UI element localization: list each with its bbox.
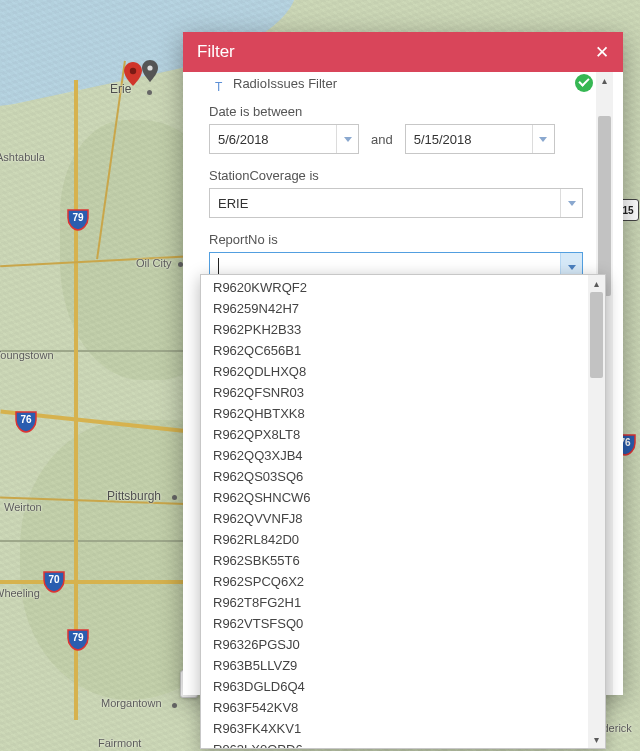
report-no-option[interactable]: R962QDLHXQ8 [201, 361, 588, 382]
map-pin-red[interactable] [124, 62, 142, 86]
station-coverage-value: ERIE [210, 196, 560, 211]
station-coverage-combo[interactable]: ERIE [209, 188, 583, 218]
city-label-morgantown: Morgantown [101, 697, 162, 709]
report-no-option[interactable]: R962RL842D0 [201, 529, 588, 550]
date-to-value: 5/15/2018 [406, 132, 532, 147]
report-no-option[interactable]: R962PKH2B33 [201, 319, 588, 340]
date-from-combo[interactable]: 5/6/2018 [209, 124, 359, 154]
city-dot [172, 495, 177, 500]
dropdown-caret-icon[interactable] [336, 125, 358, 153]
report-no-option[interactable]: R963LX0QPD6 [201, 739, 588, 749]
date-to-combo[interactable]: 5/15/2018 [405, 124, 555, 154]
filter-panel-header: Filter ✕ [183, 32, 623, 72]
report-no-option[interactable]: R962QVVNFJ8 [201, 508, 588, 529]
report-no-option[interactable]: R962QHBTXK8 [201, 403, 588, 424]
city-dot [172, 703, 177, 708]
station-coverage-label: StationCoverage is [209, 168, 583, 183]
road-i70 [0, 580, 200, 584]
report-no-option[interactable]: R962QC656B1 [201, 340, 588, 361]
report-no-option[interactable]: R9620KWRQF2 [201, 277, 588, 298]
svg-text:79: 79 [72, 212, 84, 223]
report-no-option[interactable]: R962QPX8LT8 [201, 424, 588, 445]
highway-shield-i79: 79 [66, 628, 90, 652]
and-label: and [371, 132, 393, 147]
report-no-option[interactable]: R962QS03SQ6 [201, 466, 588, 487]
report-no-option[interactable]: R962SBK55T6 [201, 550, 588, 571]
report-no-option[interactable]: R962SPCQ6X2 [201, 571, 588, 592]
highway-shield-i76: 76 [14, 410, 38, 434]
report-no-option[interactable]: R96259N42H7 [201, 298, 588, 319]
subfilter-label: RadioIssues Filter [233, 76, 337, 91]
close-icon[interactable]: ✕ [595, 42, 609, 63]
report-no-option[interactable]: R963FK4XKV1 [201, 718, 588, 739]
city-dot [147, 90, 152, 95]
date-from-value: 5/6/2018 [210, 132, 336, 147]
highway-shield-i79: 79 [66, 208, 90, 232]
report-no-option[interactable]: R963DGLD6Q4 [201, 676, 588, 697]
scroll-thumb[interactable] [590, 292, 603, 378]
city-label-wheeling: Wheeling [0, 587, 40, 599]
report-no-option[interactable]: R963B5LLVZ9 [201, 655, 588, 676]
city-label-fairmont: Fairmont [98, 737, 141, 749]
svg-text:70: 70 [48, 574, 60, 585]
svg-point-6 [147, 65, 152, 70]
date-between-label: Date is between [209, 104, 583, 119]
report-no-option[interactable]: R962T8FG2H1 [201, 592, 588, 613]
report-no-option[interactable]: R962QFSNR03 [201, 382, 588, 403]
scroll-down-button[interactable]: ▾ [588, 731, 605, 748]
report-no-option[interactable]: R962QQ3XJB4 [201, 445, 588, 466]
status-ok-icon [575, 74, 593, 92]
scroll-thumb[interactable] [598, 116, 611, 296]
city-label-weirton: Weirton [4, 501, 42, 513]
map-marker-gray[interactable] [142, 60, 158, 82]
scroll-up-button[interactable]: ▴ [596, 72, 613, 89]
svg-text:76: 76 [20, 414, 32, 425]
report-no-label: ReportNo is [209, 232, 583, 247]
city-label-oilcity: Oil City [136, 257, 171, 269]
report-no-option[interactable]: R962VTSFSQ0 [201, 613, 588, 634]
dropdown-caret-icon[interactable] [532, 125, 554, 153]
report-no-option[interactable]: R962QSHNCW6 [201, 487, 588, 508]
filter-panel-title: Filter [197, 42, 235, 62]
report-no-option[interactable]: R963F542KV8 [201, 697, 588, 718]
svg-point-5 [130, 68, 136, 74]
report-no-option[interactable]: R96326PGSJ0 [201, 634, 588, 655]
city-label-pittsburgh: Pittsburgh [107, 489, 161, 503]
dropdown-caret-icon[interactable] [560, 189, 582, 217]
scroll-up-button[interactable]: ▴ [588, 275, 605, 292]
boundary-line [0, 540, 200, 542]
report-no-option-list: R9620KWRQF2R96259N42H7R962PKH2B33R962QC6… [201, 275, 588, 749]
highway-shield-i70: 70 [42, 570, 66, 594]
filter-type-icon: T [215, 80, 227, 94]
city-label-youngstown: Youngstown [0, 349, 54, 361]
svg-text:79: 79 [72, 632, 84, 643]
city-label-ashtabula: Ashtabula [0, 151, 45, 163]
report-no-dropdown: R9620KWRQF2R96259N42H7R962PKH2B33R962QC6… [200, 274, 606, 749]
dropdown-scrollbar[interactable]: ▴ ▾ [588, 275, 605, 748]
road-i79 [74, 80, 78, 720]
